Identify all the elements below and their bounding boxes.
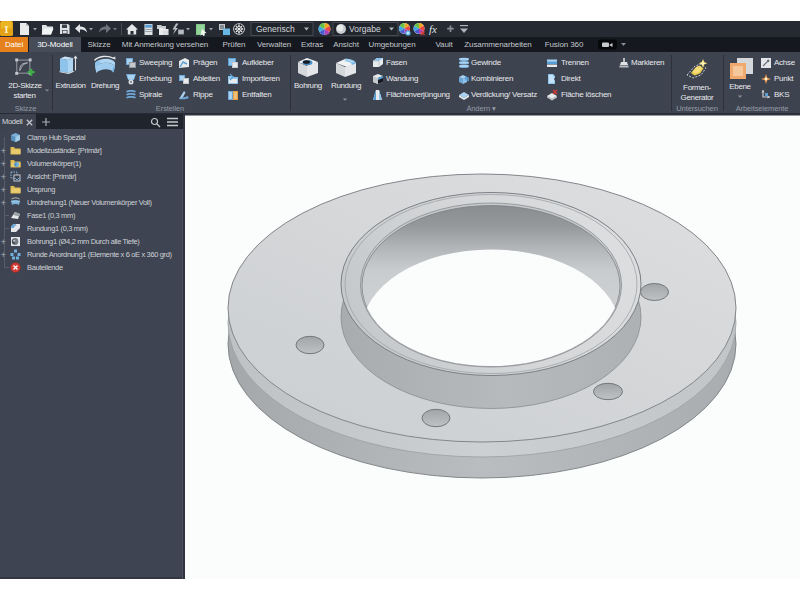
svg-text:Generisch: Generisch <box>256 24 295 34</box>
svg-text:Vorgabe: Vorgabe <box>349 24 381 34</box>
svg-text:I: I <box>5 24 9 35</box>
svg-text:fx: fx <box>429 23 437 35</box>
